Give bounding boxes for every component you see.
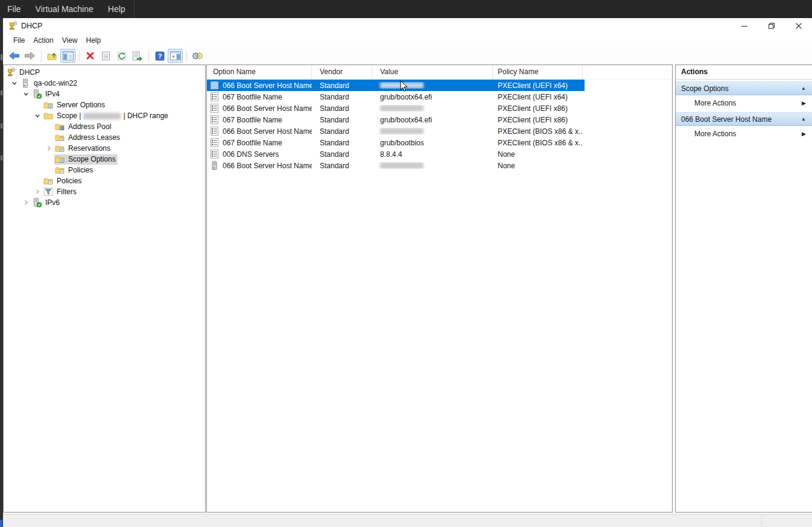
- chevron-right-icon[interactable]: [20, 197, 31, 208]
- window-title: DHCP: [21, 22, 42, 30]
- menu-view[interactable]: View: [58, 34, 82, 47]
- tree-item-body[interactable]: Reservations: [54, 144, 112, 154]
- tree-item-qa-odc-win22[interactable]: qa-odc-win22: [4, 78, 205, 89]
- cell-policy-name: PXEClient (UEFI x86): [493, 104, 583, 113]
- properties-icon: [101, 51, 110, 61]
- cell-value: [372, 105, 493, 112]
- column-header-vendor[interactable]: Vendor: [312, 65, 372, 79]
- tree-item-label: Scope || DHCP range: [57, 112, 168, 120]
- gears-icon: ⚙⚙: [192, 51, 204, 60]
- folder-book-icon: [55, 122, 65, 131]
- vm-menu-file[interactable]: File: [0, 0, 28, 18]
- tree-item-server-options[interactable]: Server Options: [4, 99, 205, 110]
- edge-artifact: [1, 124, 2, 128]
- help-button[interactable]: ?: [152, 49, 167, 63]
- menu-action[interactable]: Action: [29, 34, 57, 47]
- tree-item-address-pool[interactable]: Address Pool: [4, 121, 205, 132]
- redacted-text: [83, 113, 121, 119]
- close-button[interactable]: [785, 18, 812, 34]
- expander-spacer: [43, 154, 54, 165]
- services-button[interactable]: ⚙⚙: [190, 49, 205, 63]
- export-list-button[interactable]: [130, 49, 145, 63]
- tree-item-body[interactable]: Server Options: [43, 100, 107, 110]
- titlebar[interactable]: DHCP: [3, 18, 812, 34]
- expander-spacer: [43, 121, 54, 132]
- chevron-down-icon[interactable]: [20, 89, 31, 99]
- table-row[interactable]: 066 Boot Server Host NameStandardPXEClie…: [207, 125, 672, 137]
- column-header-option-name[interactable]: Option Name: [207, 65, 312, 79]
- menu-help[interactable]: Help: [82, 34, 106, 47]
- tree-item-policies[interactable]: Policies: [4, 165, 205, 175]
- menu-file[interactable]: File: [9, 34, 29, 47]
- tree-item-body[interactable]: Policies: [43, 176, 83, 186]
- tree-item-body[interactable]: IPv4: [31, 89, 62, 99]
- up-one-level-button[interactable]: [45, 49, 60, 63]
- action-item-more-actions[interactable]: More Actions▶: [676, 126, 812, 141]
- cell-vendor: Standard: [312, 162, 372, 170]
- list-icon: [211, 127, 219, 136]
- delete-button[interactable]: [83, 49, 98, 63]
- taskbar: [0, 514, 812, 527]
- tree-item-address-leases[interactable]: Address Leases: [4, 132, 205, 143]
- table-row[interactable]: 066 Boot Server Host NameStandardPXEClie…: [207, 80, 672, 91]
- tree-item-policies[interactable]: Policies: [4, 175, 205, 186]
- table-row[interactable]: 067 Bootfile NameStandardgrub/bootx64.ef…: [207, 114, 672, 125]
- forward-button[interactable]: [22, 49, 37, 63]
- table-row[interactable]: 066 Boot Server Host NameStandardNone: [207, 160, 672, 171]
- show-action-pane-button[interactable]: [168, 49, 183, 63]
- table-row[interactable]: 066 Boot Server Host NameStandardPXEClie…: [207, 103, 672, 114]
- expander-spacer: [31, 99, 43, 110]
- tree-item-body[interactable]: Address Leases: [54, 133, 122, 143]
- tree-item-scope-options[interactable]: Scope Options: [4, 154, 205, 165]
- chevron-down-icon[interactable]: [8, 78, 20, 89]
- edge-artifact: [1, 54, 2, 60]
- table-row[interactable]: 067 Bootfile NameStandardgrub/bootbiosPX…: [207, 137, 672, 148]
- list-icon: [211, 92, 219, 101]
- window-controls: [731, 18, 812, 34]
- tree-item-ipv6[interactable]: IPv6: [4, 197, 205, 208]
- properties-button[interactable]: [98, 49, 113, 63]
- tree-item-ipv4[interactable]: IPv4: [4, 89, 205, 99]
- collapse-caret-icon[interactable]: ▲: [801, 116, 806, 122]
- tree-item-body[interactable]: IPv6: [31, 198, 62, 208]
- folder-scroll-icon: [55, 165, 65, 175]
- action-group-header[interactable]: Scope Options▲: [676, 81, 812, 95]
- tree-item-body[interactable]: Address Pool: [54, 122, 113, 132]
- minimize-icon: [741, 21, 748, 32]
- tree-item-label: qa-odc-win22: [34, 79, 77, 87]
- restore-button[interactable]: [758, 18, 785, 34]
- toolbar-separator: [186, 51, 187, 62]
- tree-item-body[interactable]: Policies: [54, 165, 95, 175]
- action-group-header[interactable]: 066 Boot Server Host Name▲: [676, 112, 812, 126]
- tree-item-body[interactable]: Scope Options: [54, 154, 118, 165]
- chevron-right-icon[interactable]: [43, 143, 54, 154]
- tree-item-body[interactable]: Filters: [43, 187, 78, 197]
- action-item-more-actions[interactable]: More Actions▶: [676, 95, 812, 110]
- chevron-right-icon[interactable]: [31, 186, 43, 197]
- tree-item-filters[interactable]: Filters: [4, 186, 205, 197]
- minimize-button[interactable]: [731, 18, 758, 34]
- menubar: FileActionViewHelp: [3, 34, 812, 47]
- refresh-button[interactable]: [114, 49, 129, 63]
- column-header-policy-name[interactable]: Policy Name: [493, 65, 583, 79]
- vm-menu-help[interactable]: Help: [101, 0, 133, 18]
- cell-vendor: Standard: [312, 93, 372, 101]
- vm-menu-virtual-machine[interactable]: Virtual Machine: [28, 0, 101, 18]
- table-row[interactable]: 006 DNS ServersStandard8.8.4.4None: [207, 148, 672, 160]
- tree-item-body[interactable]: qa-odc-win22: [20, 78, 79, 89]
- tree-item-dhcp[interactable]: DHCP: [4, 67, 205, 78]
- tree-item-reservations[interactable]: Reservations: [4, 143, 205, 154]
- column-header-value[interactable]: Value: [372, 65, 493, 79]
- chevron-down-icon[interactable]: [31, 110, 43, 121]
- console-tree-icon: [63, 51, 74, 60]
- collapse-caret-icon[interactable]: ▲: [801, 86, 806, 91]
- option-name-text: 066 Boot Server Host Name: [223, 127, 312, 136]
- tree-item-scope[interactable]: Scope || DHCP range: [4, 110, 205, 121]
- server-check-icon: [32, 89, 42, 99]
- list-icon: [211, 104, 219, 113]
- show-console-tree-button[interactable]: [60, 49, 75, 63]
- back-button[interactable]: [7, 49, 22, 63]
- tree-item-body[interactable]: DHCP: [5, 68, 42, 78]
- tree-item-body[interactable]: Scope || DHCP range: [43, 111, 170, 121]
- table-row[interactable]: 067 Bootfile NameStandardgrub/bootx64.ef…: [207, 91, 672, 103]
